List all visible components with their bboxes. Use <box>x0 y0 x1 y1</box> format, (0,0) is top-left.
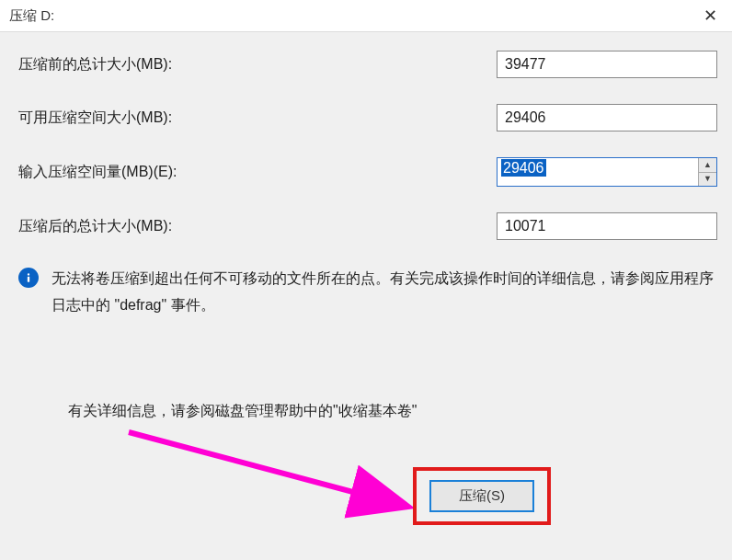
row-total-before: 压缩前的总计大小(MB): 39477 <box>18 51 723 78</box>
info-icon <box>18 268 39 288</box>
svg-rect-1 <box>28 277 29 282</box>
titlebar: 压缩 D: ✕ <box>0 0 732 32</box>
spinner-buttons: ▲ ▼ <box>698 158 716 186</box>
dialog-title: 压缩 D: <box>9 7 54 25</box>
row-total-after: 压缩后的总计大小(MB): 10071 <box>18 212 723 240</box>
button-area: 压缩(S) <box>413 467 551 525</box>
label-total-before: 压缩前的总计大小(MB): <box>18 55 497 74</box>
svg-line-3 <box>129 432 405 506</box>
label-available: 可用压缩空间大小(MB): <box>18 109 497 128</box>
spinner-down-icon[interactable]: ▼ <box>699 173 716 187</box>
label-shrink-amount: 输入压缩空间量(MB)(E): <box>18 163 497 182</box>
svg-point-0 <box>28 273 29 275</box>
highlight-box: 压缩(S) <box>413 467 551 525</box>
value-total-before: 39477 <box>497 51 717 78</box>
shrink-amount-input[interactable]: 29406 <box>498 158 698 186</box>
row-shrink-amount: 输入压缩空间量(MB)(E): 29406 ▲ ▼ <box>18 157 723 187</box>
annotation-arrow-icon <box>120 423 432 533</box>
label-total-after: 压缩后的总计大小(MB): <box>18 217 497 236</box>
info-row: 无法将卷压缩到超出任何不可移动的文件所在的点。有关完成该操作时间的详细信息，请参… <box>18 266 723 319</box>
value-available: 29406 <box>497 104 717 131</box>
value-total-after: 10071 <box>497 212 717 240</box>
row-available: 可用压缩空间大小(MB): 29406 <box>18 104 723 131</box>
shrink-amount-spinner[interactable]: 29406 ▲ ▼ <box>497 157 717 187</box>
shrink-button[interactable]: 压缩(S) <box>429 480 534 512</box>
close-icon[interactable]: ✕ <box>698 6 723 26</box>
dialog-content: 压缩前的总计大小(MB): 39477 可用压缩空间大小(MB): 29406 … <box>0 32 732 430</box>
info-text: 无法将卷压缩到超出任何不可移动的文件所在的点。有关完成该操作时间的详细信息，请参… <box>51 266 723 319</box>
more-info-text: 有关详细信息，请参阅磁盘管理帮助中的"收缩基本卷" <box>68 402 723 421</box>
spinner-up-icon[interactable]: ▲ <box>699 158 716 173</box>
